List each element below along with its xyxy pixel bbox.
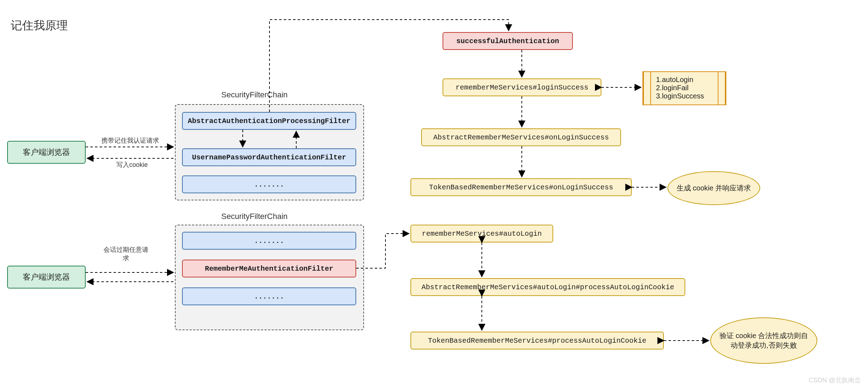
diagram-canvas: 记住我原理 CSDN @北执南念 客户端浏览器 客户端浏览器 携带记住我认证请求… [0, 0, 868, 388]
connectors-svg [0, 0, 868, 388]
